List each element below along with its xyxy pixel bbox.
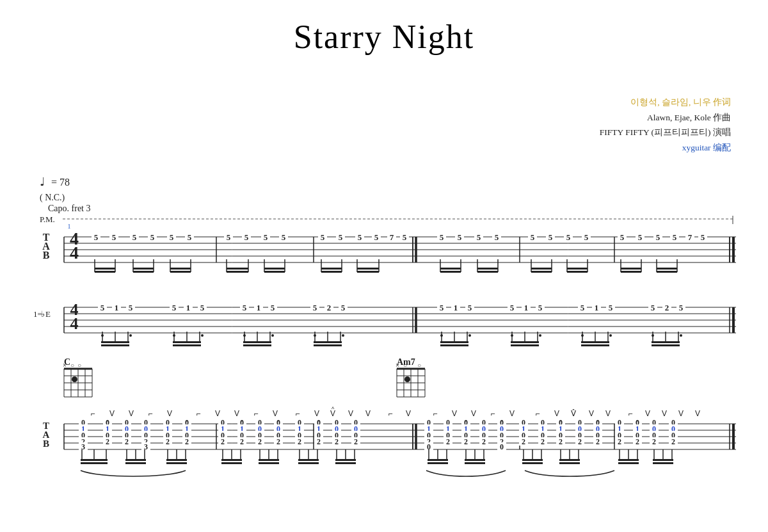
title-area: Starry Night (0, 0, 768, 62)
page-content: Starry Night 이형석, 슬라임, 니우 作词 Alawn, Ejae… (0, 0, 768, 532)
song-title: Starry Night (0, 18, 768, 56)
score-canvas (0, 83, 768, 531)
